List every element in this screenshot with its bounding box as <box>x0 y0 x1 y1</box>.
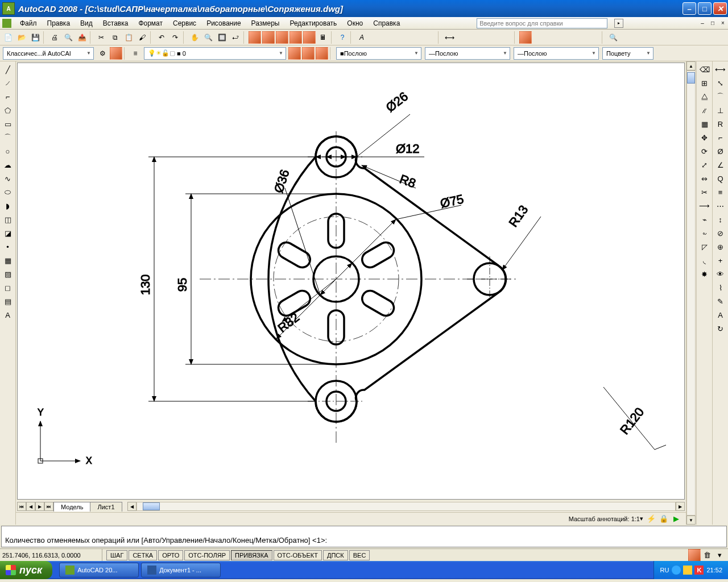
menu-dimension[interactable]: Размеры <box>246 18 285 28</box>
plotstyle-dropdown[interactable]: Поцвету▼ <box>602 47 653 60</box>
offset-icon[interactable]: ⫽ <box>698 104 711 117</box>
tab-sheet1[interactable]: Лист1 <box>90 502 122 512</box>
dim-angular-icon[interactable]: ∠ <box>714 159 727 171</box>
doc-maximize-button[interactable]: □ <box>708 19 717 28</box>
status-toggle-орто[interactable]: ОРТО <box>158 550 183 560</box>
point-icon[interactable]: • <box>2 240 14 253</box>
text-style-icon[interactable]: A <box>355 31 368 44</box>
menu-insert[interactable]: Вставка <box>98 18 134 28</box>
status-toggle-дпск[interactable]: ДПСК <box>323 550 348 560</box>
table-icon[interactable]: ▤ <box>2 295 14 307</box>
tray-icon-3[interactable]: K <box>694 566 704 575</box>
vscroll-up-icon[interactable]: ▲ <box>686 61 696 70</box>
jog-linear-icon[interactable]: ⌇ <box>714 281 727 294</box>
workspace-dropdown[interactable]: Классичес...й AutoCAI▼ <box>3 47 94 60</box>
dim-diameter-icon[interactable]: Ø <box>714 145 727 157</box>
status-toggle-отс-объект[interactable]: ОТС-ОБЪЕКТ <box>274 550 322 560</box>
dim-baseline-icon[interactable]: ≡ <box>714 186 727 198</box>
maximize-button[interactable]: □ <box>698 2 712 15</box>
save-icon[interactable]: 💾 <box>29 31 42 44</box>
vscroll-down-icon[interactable]: ▼ <box>686 516 696 525</box>
hscroll-right-icon[interactable]: ▶ <box>676 502 685 511</box>
move-icon[interactable]: ✥ <box>698 131 711 144</box>
drawing-canvas[interactable]: X Y <box>17 63 685 500</box>
status-clean-icon[interactable]: 🗑 <box>701 549 713 562</box>
polygon-icon[interactable]: ⬠ <box>2 104 14 117</box>
xline-icon[interactable]: ⟋ <box>2 77 14 89</box>
publish-icon[interactable]: 📤 <box>76 31 88 44</box>
preview-icon[interactable]: 🔍 <box>62 31 75 44</box>
revcloud-icon[interactable]: ☁ <box>2 159 14 171</box>
dim-aligned-icon[interactable]: ⤡ <box>714 77 727 89</box>
minimize-button[interactable]: – <box>682 2 696 15</box>
start-button[interactable]: пуск <box>0 561 52 579</box>
break-icon[interactable]: ⌁ <box>698 213 711 226</box>
dim-quick-icon[interactable]: Q <box>714 172 727 185</box>
doc-minimize-button[interactable]: – <box>698 19 707 28</box>
properties-icon[interactable] <box>249 31 261 44</box>
circle-icon[interactable]: ○ <box>2 145 14 157</box>
dim-tedit-icon[interactable]: A <box>714 309 727 321</box>
taskbar-item-autocad[interactable]: AutoCAD 20... <box>59 563 139 577</box>
menu-help[interactable]: Справка <box>368 18 405 28</box>
clock[interactable]: 21:52 <box>706 567 722 573</box>
array-icon[interactable]: ▦ <box>698 118 711 130</box>
dim-continue-icon[interactable]: ⋯ <box>714 199 727 212</box>
tray-icon-1[interactable] <box>672 566 681 575</box>
layer-prev-icon[interactable] <box>288 47 301 60</box>
menu-edit[interactable]: Правка <box>42 18 76 28</box>
cut-icon[interactable]: ✂ <box>95 31 107 44</box>
dim-radius-icon[interactable]: R <box>714 118 727 130</box>
print-icon[interactable]: 🖨 <box>48 31 61 44</box>
copy-icon[interactable]: ⧉ <box>109 31 121 44</box>
line-icon[interactable]: ╱ <box>2 63 14 76</box>
new-icon[interactable]: 📄 <box>2 31 14 44</box>
status-toggle-шаг[interactable]: ШАГ <box>106 550 127 560</box>
layer-state-icon[interactable] <box>302 47 315 60</box>
sheet-set-icon[interactable] <box>289 31 302 44</box>
workspace-settings-icon[interactable]: ⚙ <box>96 47 109 60</box>
menu-format[interactable]: Формат <box>133 18 168 28</box>
hscroll-thumb[interactable] <box>143 502 160 510</box>
tab-nav-next-icon[interactable]: ▶ <box>35 502 44 511</box>
join-icon[interactable]: ⧜ <box>698 227 711 239</box>
scale-icon[interactable]: ⤢ <box>698 159 711 171</box>
block-insert-icon[interactable]: ◫ <box>2 213 14 226</box>
find-icon[interactable]: 🔍 <box>607 31 619 44</box>
fillet-icon[interactable]: ◟ <box>698 254 711 267</box>
coordinates-display[interactable]: 251.7406, 116.6313, 0.0000 <box>0 549 102 561</box>
hscroll-left-icon[interactable]: ◀ <box>127 502 136 511</box>
layer-manager-icon[interactable]: ≡ <box>129 47 142 60</box>
vscroll-thumb[interactable] <box>687 72 695 84</box>
polyline-icon[interactable]: ⌐ <box>2 90 14 103</box>
status-toggle-вес[interactable]: ВЕС <box>349 550 370 560</box>
tray-icon-2[interactable] <box>683 566 692 575</box>
region-icon[interactable]: ◻ <box>2 281 14 294</box>
status-toggle-отс-поляр[interactable]: ОТС-ПОЛЯР <box>184 550 230 560</box>
command-line[interactable]: Количество отменяемых операций или [Авто… <box>1 526 727 547</box>
anno-scale-value[interactable]: 1:1 <box>631 516 640 522</box>
ellipse-arc-icon[interactable]: ◗ <box>2 199 14 212</box>
status-tray-icon[interactable] <box>688 549 701 562</box>
workspace-lock-icon[interactable] <box>110 47 122 60</box>
layer-dropdown[interactable]: 💡☀🔓▢ ■ 0▼ <box>144 47 286 60</box>
anno-auto-icon[interactable]: 🔒 <box>657 513 670 525</box>
paste-icon[interactable]: 📋 <box>122 31 135 44</box>
hatch-icon[interactable]: ▦ <box>2 254 14 267</box>
anno-visibility-icon[interactable]: ⚡ <box>645 513 657 525</box>
search-go-icon[interactable]: ▸ <box>614 19 623 28</box>
tolerance-icon[interactable]: ⊕ <box>714 240 727 253</box>
stretch-icon[interactable]: ⇔ <box>698 172 711 185</box>
status-menu-icon[interactable]: ▾ <box>713 549 726 562</box>
mirror-icon[interactable]: ⧋ <box>698 90 711 103</box>
ellipse-icon[interactable]: ⬭ <box>2 186 14 198</box>
dim-linear-icon[interactable]: ⟷ <box>714 63 727 76</box>
erase-icon[interactable]: ⌫ <box>698 63 711 76</box>
menu-view[interactable]: Вид <box>75 18 98 28</box>
dim-jogged-icon[interactable]: ⌐ <box>714 131 727 144</box>
dim-space-icon[interactable]: ↕ <box>714 213 727 226</box>
extend-icon[interactable]: ⟶ <box>698 199 711 212</box>
dim-ordinate-icon[interactable]: ⊥ <box>714 104 727 117</box>
zoom-window-icon[interactable]: 🔲 <box>216 31 228 44</box>
tab-model[interactable]: Модель <box>53 502 90 512</box>
